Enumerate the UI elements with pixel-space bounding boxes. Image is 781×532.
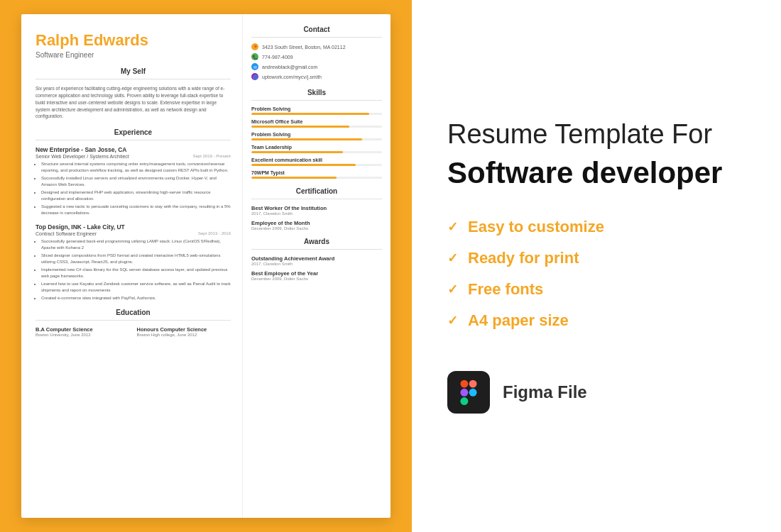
right-panel: Resume Template For Software developer ✓… xyxy=(412,0,781,532)
award-name-1: Outstanding Achievement Award xyxy=(251,255,382,262)
email-icon: ✉ xyxy=(251,63,258,70)
cert-title: Certification xyxy=(251,187,382,195)
resume-left-column: Ralph Edwards Software Engineer My Self … xyxy=(21,14,243,518)
figma-label: Figma File xyxy=(503,382,587,402)
experience-item-1: New Enterprise - San Josse, CA Senior We… xyxy=(36,146,231,216)
bullet-2-5: Created e-commerce sites integrated with… xyxy=(41,295,231,301)
education-grid: B.A Computer Science Boston University, … xyxy=(36,326,231,337)
cert-1: Best Worker Of the Institution 2017, Cla… xyxy=(251,205,382,216)
marketing-subheadline: Software developer xyxy=(447,157,746,189)
feature-text-3: Free fonts xyxy=(468,280,543,299)
bullet-1-1: Structure several internal systems compr… xyxy=(41,161,231,174)
skill-fill-1 xyxy=(251,113,369,115)
award-2: Best Employee of the Year December 2009,… xyxy=(251,270,382,281)
bio-text: Six years of experience facilitating cut… xyxy=(36,85,231,120)
contact-email: andrewblack@gmail.com xyxy=(262,65,317,70)
bullet-1-2: Successfully installed Linux servers and… xyxy=(41,175,231,188)
figma-icon xyxy=(456,379,481,405)
cert-divider xyxy=(251,199,382,199)
contact-item-email: ✉ andrewblack@gmail.com xyxy=(251,63,382,70)
award-sub-1: 2017, Claredon Smith xyxy=(251,262,382,266)
bullets-1: Structure several internal systems compr… xyxy=(36,161,231,216)
check-icon-3: ✓ xyxy=(447,282,458,297)
company-name-2: Top Design, INK - Lake City, UT xyxy=(36,223,231,231)
education-section-title: Education xyxy=(36,309,231,316)
bio-divider xyxy=(36,79,231,79)
skill-2: Microsoft Office Suite xyxy=(251,119,382,128)
phone-icon: 📞 xyxy=(251,53,258,60)
bullet-2-4: Learned how to use Kayako and Zendesk cu… xyxy=(41,281,231,294)
awards-divider xyxy=(251,249,382,250)
svg-rect-0 xyxy=(460,380,468,388)
bullet-2-1: Successfully generated back-end programm… xyxy=(41,238,231,251)
skill-bar-2 xyxy=(251,126,382,128)
location-icon: 📍 xyxy=(251,43,258,50)
awards-title: Awards xyxy=(251,238,382,245)
feature-text-1: Easy to customize xyxy=(468,218,604,236)
skill-fill-4 xyxy=(251,151,343,153)
contact-divider xyxy=(251,37,382,38)
skill-6: 70WPM Typist xyxy=(251,170,382,179)
svg-rect-1 xyxy=(469,380,477,388)
contact-item-web: 🌐 uptowork.com/mycv/j.smith xyxy=(251,73,382,80)
feature-item-3: ✓ Free fonts xyxy=(447,280,746,299)
feature-text-2: Ready for print xyxy=(468,249,579,267)
feature-item-2: ✓ Ready for print xyxy=(447,249,746,267)
check-icon-2: ✓ xyxy=(447,250,458,266)
degree-1: B.A Computer Science xyxy=(36,326,130,333)
skill-fill-5 xyxy=(251,164,356,166)
award-1: Outstanding Achievement Award 2017, Clar… xyxy=(251,255,382,266)
awards-section: Awards Outstanding Achievement Award 201… xyxy=(251,238,382,281)
svg-rect-3 xyxy=(460,397,468,405)
role-1: Senior Web Developer / Systems Architect xyxy=(36,154,129,159)
contact-section: Contact 📍 3423 South Street, Boston, MA … xyxy=(251,26,382,80)
contact-title: Contact xyxy=(251,26,382,33)
contact-phone: 774-987-4009 xyxy=(262,55,293,60)
skill-4: Team Leadership xyxy=(251,145,382,153)
skill-bar-4 xyxy=(251,151,382,153)
cert-name-2: Employee of the Month xyxy=(251,220,382,226)
left-panel: Ralph Edwards Software Engineer My Self … xyxy=(0,0,412,532)
marketing-headline: Resume Template For xyxy=(447,118,746,151)
skill-bar-5 xyxy=(251,164,382,166)
skill-fill-6 xyxy=(251,177,337,179)
bullets-2: Successfully generated back-end programm… xyxy=(36,238,231,301)
figma-section: Figma File xyxy=(447,371,746,414)
skill-5: Excellent communication skill xyxy=(251,157,382,166)
contact-item-address: 📍 3423 South Street, Boston, MA 02112 xyxy=(251,43,382,50)
skills-divider xyxy=(251,100,382,101)
features-list: ✓ Easy to customize ✓ Ready for print ✓ … xyxy=(447,218,746,343)
award-name-2: Best Employee of the Year xyxy=(251,270,382,277)
certification-section: Certification Best Worker Of the Institu… xyxy=(251,187,382,231)
bullet-2-3: Implemented new C# class library for the… xyxy=(41,267,231,279)
degree-2: Honours Computer Science xyxy=(137,326,231,333)
contact-address: 3423 South Street, Boston, MA 02112 xyxy=(262,45,346,50)
resume-card: Ralph Edwards Software Engineer My Self … xyxy=(21,14,390,518)
bio-section-title: My Self xyxy=(36,67,231,75)
feature-text-4: A4 paper size xyxy=(468,311,569,330)
skill-name-6: 70WPM Typist xyxy=(251,170,382,175)
company-name-1: New Enterprise - San Josse, CA xyxy=(36,146,231,153)
education-col-2: Honours Computer Science Boston High col… xyxy=(137,326,231,337)
skill-1: Problem Solving xyxy=(251,106,382,115)
school-2: Boston High college, June 2012 xyxy=(137,333,231,337)
bullet-1-4: Suggested a new tactic to persuade cance… xyxy=(41,204,231,216)
experience-divider xyxy=(36,140,231,140)
award-sub-2: December 2009, Didier Sachs xyxy=(251,277,382,281)
contact-item-phone: 📞 774-987-4009 xyxy=(251,53,382,60)
web-icon: 🌐 xyxy=(251,73,258,80)
cert-name-1: Best Worker Of the Institution xyxy=(251,205,382,211)
svg-point-4 xyxy=(469,389,477,397)
skill-name-4: Team Leadership xyxy=(251,145,382,150)
skill-bar-6 xyxy=(251,177,382,179)
skills-title: Skills xyxy=(251,89,382,96)
cert-2: Employee of the Month December 2009, Did… xyxy=(251,220,382,231)
skill-bar-3 xyxy=(251,138,382,140)
check-icon-1: ✓ xyxy=(447,219,458,235)
skill-3: Problem Solving xyxy=(251,132,382,140)
contact-web: uptowork.com/mycv/j.smith xyxy=(262,74,322,79)
figma-logo xyxy=(447,371,490,414)
education-divider xyxy=(36,320,231,321)
skill-bar-1 xyxy=(251,113,382,115)
cert-sub-1: 2017, Claredon Smith xyxy=(251,211,382,216)
